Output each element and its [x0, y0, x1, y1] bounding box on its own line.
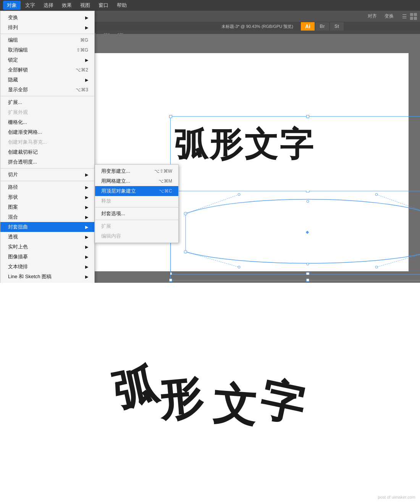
menu-object[interactable]: 对象 [3, 1, 21, 10]
separator [0, 96, 94, 96]
canvas-main-text: 弧形文字 [174, 122, 315, 167]
menu-window[interactable]: 窗口 [95, 1, 112, 10]
svg-text:字: 字 [256, 374, 309, 431]
menu-item-path[interactable]: 路径 ▶ [0, 182, 94, 192]
menu-item-shape[interactable]: 形状 ▶ [0, 192, 94, 202]
menu-item-unlock-all[interactable]: 全部解锁 ⌥⌘2 [0, 65, 94, 75]
svg-line-18 [376, 194, 420, 214]
arrow-icon: ▶ [85, 245, 88, 250]
menu-item-line-sketch[interactable]: Line 和 Sketch 图稿 ▶ [0, 272, 94, 282]
menu-item-mosaic: 创建对象马赛克... [0, 137, 94, 147]
menu-item-expand[interactable]: 扩展... [0, 97, 94, 107]
menu-select[interactable]: 选择 [40, 1, 57, 10]
bridge-badge[interactable]: Br [315, 22, 329, 31]
arrow-icon: ▶ [85, 15, 88, 20]
arrow-icon: ▶ [85, 215, 88, 220]
svg-rect-1 [170, 191, 172, 192]
arrow-icon: ▶ [85, 254, 88, 259]
menu-item-flatten-transparency[interactable]: 拼合透明度... [0, 157, 94, 167]
arrow-icon: ▶ [85, 185, 88, 190]
menu-item-blend[interactable]: 混合 ▶ [0, 212, 94, 222]
object-menu-dropdown[interactable]: 变换 ▶ 排列 ▶ 编组 ⌘G 取消编组 ⇧⌘G 锁定 ▶ 全部解锁 [0, 11, 95, 283]
separator [0, 168, 94, 169]
svg-rect-5 [306, 191, 309, 192]
handle-top-left [169, 115, 172, 118]
menu-item-rasterize[interactable]: 栅格化... [0, 117, 94, 127]
menu-item-hide[interactable]: 隐藏 ▶ [0, 75, 94, 85]
menu-item-group[interactable]: 编组 ⌘G [0, 35, 94, 45]
arrow-icon: ▶ [85, 58, 88, 63]
arrow-icon: ▶ [85, 25, 88, 30]
arc-text-container: 弧 形 文 字 [111, 348, 309, 447]
menu-text[interactable]: 文字 [21, 1, 39, 10]
menu-item-expand-appearance: 扩展外观 [0, 107, 94, 117]
handle-mid-left [169, 197, 172, 200]
svg-point-15 [307, 200, 309, 203]
menu-effect[interactable]: 效果 [58, 1, 76, 10]
result-preview-section: 弧 形 文 字 post of uimaker.com [0, 283, 420, 504]
svg-point-11 [184, 212, 187, 215]
app-badges: Ai Br St [301, 22, 344, 31]
svg-point-24 [375, 266, 378, 268]
transform-button[interactable]: 变换 [382, 12, 396, 20]
svg-rect-25 [306, 231, 309, 234]
svg-text:形: 形 [157, 373, 206, 425]
handle-top-center [306, 115, 309, 118]
menu-item-crop-marks[interactable]: 创建裁切标记 [0, 147, 94, 157]
menu-item-text-wrap[interactable]: 文本绕排 ▶ [0, 262, 94, 272]
menu-item-arrange[interactable]: 排列 ▶ [0, 23, 94, 32]
svg-point-19 [238, 193, 240, 196]
svg-point-23 [238, 266, 240, 268]
svg-point-16 [307, 263, 309, 265]
menu-view[interactable]: 视图 [76, 1, 94, 10]
panel-menu-icon[interactable]: ☰ [402, 13, 407, 19]
menu-item-envelope-distort[interactable]: 封套扭曲 ▶ [0, 222, 94, 232]
handle-bot-left [169, 279, 172, 282]
arrow-icon: ▶ [85, 205, 88, 210]
svg-text:文: 文 [211, 379, 258, 431]
menu-item-lock[interactable]: 锁定 ▶ [0, 55, 94, 65]
envelope-curve [170, 191, 420, 275]
canvas-white: 弧形文字 [86, 53, 409, 271]
watermark: post of uimaker.com [378, 495, 415, 499]
handle-bot-center [306, 279, 309, 282]
arrow-icon: ▶ [85, 78, 88, 83]
menu-item-image-trace[interactable]: 图像描摹 ▶ [0, 252, 94, 262]
illustrator-badge[interactable]: Ai [301, 22, 315, 31]
svg-point-13 [184, 250, 187, 253]
align-button[interactable]: 对齐 [365, 12, 379, 20]
menu-item-slice[interactable]: 切片 ▶ [0, 170, 94, 180]
options-right: 对齐 变换 ☰ [365, 12, 417, 20]
arrow-icon: ▶ [85, 264, 88, 269]
svg-text:弧: 弧 [111, 359, 163, 416]
arrow-icon: ▶ [85, 274, 88, 279]
arrow-icon: ▶ [85, 195, 88, 200]
svg-line-17 [186, 194, 239, 214]
svg-rect-6 [306, 272, 309, 275]
menu-help[interactable]: 帮助 [113, 1, 131, 10]
menu-item-show-all[interactable]: 显示全部 ⌥⌘3 [0, 85, 94, 95]
svg-rect-3 [170, 272, 172, 275]
panels-icon[interactable] [410, 13, 417, 20]
menu-item-transform[interactable]: 变换 ▶ [0, 13, 94, 23]
menu-bar: 对象 文字 选择 效果 视图 窗口 帮助 [0, 0, 420, 11]
ai-application: 对象 文字 选择 效果 视图 窗口 帮助 不透明度: 100% ▶ ⊕ 对齐 变… [0, 0, 420, 283]
svg-rect-0 [171, 191, 420, 274]
svg-line-21 [186, 252, 239, 267]
svg-line-22 [376, 252, 420, 267]
svg-point-20 [375, 193, 378, 196]
svg-rect-7 [170, 232, 172, 235]
arrow-icon: ▶ [85, 235, 88, 240]
menu-item-live-paint[interactable]: 实时上色 ▶ [0, 242, 94, 252]
arc-text-svg: 弧 形 文 字 [111, 348, 309, 447]
menu-item-perspective[interactable]: 透视 ▶ [0, 232, 94, 242]
stock-badge[interactable]: St [330, 22, 344, 31]
separator [0, 181, 94, 181]
menu-item-gradient-mesh[interactable]: 创建渐变网格... [0, 127, 94, 137]
separator [0, 34, 94, 34]
arrow-icon: ▶ [85, 172, 88, 177]
arrow-icon: ▶ [85, 225, 88, 230]
menu-item-ungroup[interactable]: 取消编组 ⇧⌘G [0, 45, 94, 55]
menu-item-pattern[interactable]: 图案 ▶ [0, 202, 94, 212]
